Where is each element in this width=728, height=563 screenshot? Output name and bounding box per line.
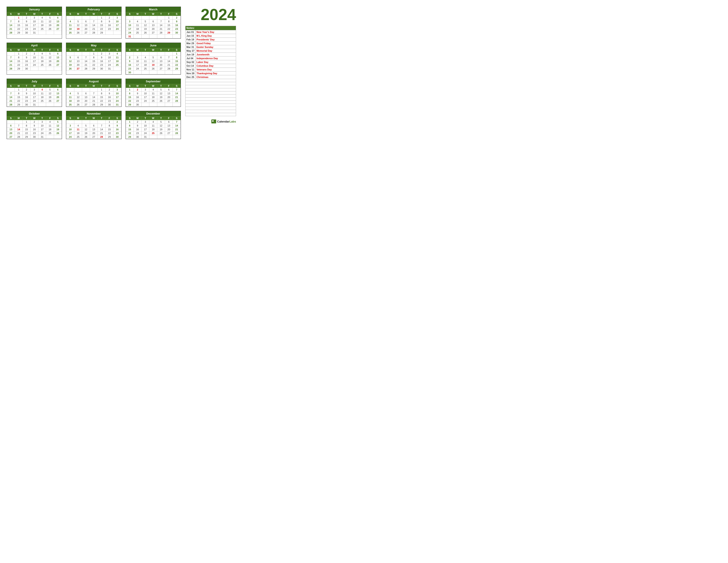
calendar-day: 21 [82,63,90,67]
empty-notes-cell [186,94,236,98]
calendar-day: 1 [15,88,23,92]
calendar-day: 9 [98,56,105,59]
empty-notes-cell [186,79,236,82]
weekday-header: T [23,12,30,16]
weekday-header: T [82,48,90,52]
calendar-day: 8 [98,92,105,95]
weekday-header: S [54,84,62,88]
calendar-day: 23 [98,63,105,67]
weekday-header: T [82,84,90,88]
calendar-day: 22 [15,63,23,67]
calendar-day: 12 [82,128,90,131]
calendar-day: 26 [66,67,74,71]
calendar-day [46,103,54,107]
calendar-day: 1 [98,88,105,92]
weekday-header: F [46,84,54,88]
calendar-day: 27 [157,67,165,71]
calendar-day: 14 [173,92,181,95]
calendar-day: 11 [66,23,74,27]
calendar-day: 1 [90,52,98,56]
weekday-header: M [74,48,82,52]
month-header-august: August [66,79,121,84]
calendar-day: 12 [74,23,82,27]
holiday-date: Jan 01 [186,30,196,34]
calendar-day: 7 [157,20,165,23]
calendar-day: 28 [7,31,15,35]
calendar-day [173,103,181,107]
calendar-day: 30 [23,103,30,107]
weekday-header: T [98,12,105,16]
cal-table-june: SMTWTFS123456789101112131415161718192021… [126,48,181,74]
calendar-day [157,35,165,38]
weekday-header: F [105,116,113,120]
calendar-day: 16 [173,23,181,27]
month-december: DecemberSMTWTFS1234567891011121314151617… [126,111,181,139]
calendar-day [90,16,98,20]
calendar-day [157,52,165,56]
calendar-day: 30 [126,71,133,74]
calendar-day: 22 [90,63,98,67]
calendar-day: 19 [74,99,82,103]
calendar-day: 24 [134,67,141,71]
calendar-day [149,16,157,20]
calendar-day: 23 [23,63,30,67]
calendar-day [30,67,38,71]
holiday-name: Independence Day [195,56,236,60]
calendar-day: 20 [7,131,15,135]
calendar-day: 17 [113,95,121,99]
empty-notes-cell [186,85,236,88]
weekday-header: S [173,12,181,16]
calendar-day: 8 [15,92,23,95]
weekday-header: S [126,116,133,120]
calendar-day: 27 [7,135,15,139]
calendar-day: 18 [149,128,157,131]
calendar-day [74,52,82,56]
calendar-day: 21 [7,27,15,31]
empty-notes-cell [186,113,236,116]
holiday-name: New Year's Day [195,30,236,34]
calendar-day: 28 [173,131,181,135]
calendar-day [173,135,181,139]
weekday-header: T [141,116,149,120]
calendar-day: 30 [98,67,105,71]
month-march: MarchSMTWTFS1234567891011121314151617181… [126,7,181,39]
weekday-header: M [134,12,141,16]
calendar-day: 29 [23,135,30,139]
calendar-day: 10 [105,56,113,59]
calendar-day [134,52,141,56]
calendar-day: 22 [165,27,173,31]
calendar-day: 16 [113,128,121,131]
page: JanuarySMTWTFS12345678910111213141516171… [7,7,236,139]
cal-table-december: SMTWTFS123456789101112131415161718192021… [126,116,181,139]
calendar-day: 5 [82,124,90,128]
calendar-day: 2 [98,52,105,56]
calendar-day: 16 [134,95,141,99]
calendar-day: 14 [7,59,15,63]
calendar-day [54,135,62,139]
holiday-date: Jul 04 [186,56,196,60]
weekday-header: T [157,116,165,120]
calendar-day: 15 [15,59,23,63]
calendar-day: 29 [105,135,113,139]
calendar-day [82,52,90,56]
weekday-header: M [15,48,23,52]
calendar-day: 1 [105,120,113,124]
calendar-day: 6 [165,120,173,124]
calendar-day: 9 [23,92,30,95]
calendar-day: 27 [54,63,62,67]
calendar-day: 12 [46,92,54,95]
logo-bold: Calendar [217,120,229,123]
calendar-day [141,71,149,74]
month-july: JulySMTWTFS12345678910111213141516171819… [7,79,62,107]
calendar-day: 24 [105,63,113,67]
month-january: JanuarySMTWTFS12345678910111213141516171… [7,7,62,39]
calendar-day: 5 [46,52,54,56]
weekday-header: F [105,12,113,16]
holiday-date: Mar 29 [186,41,196,45]
calendar-day [157,71,165,74]
calendar-day: 2 [30,120,38,124]
calendar-day: 7 [7,20,15,23]
calendar-day: 9 [23,56,30,59]
calendar-day [38,103,46,107]
weekday-header: F [105,48,113,52]
